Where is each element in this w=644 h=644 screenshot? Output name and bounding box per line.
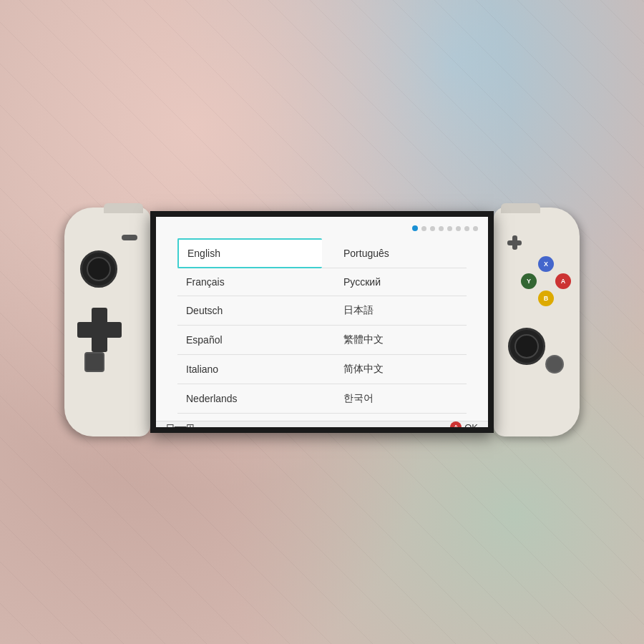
abxy-buttons: A B X Y: [521, 256, 571, 306]
home-button[interactable]: [545, 355, 564, 374]
language-item-english[interactable]: English: [177, 238, 322, 268]
switch-console: English Português Français Русский Deuts…: [43, 186, 601, 458]
dpad[interactable]: [77, 308, 122, 352]
plus-button[interactable]: [507, 235, 522, 250]
nav-dot-1: [412, 225, 418, 231]
language-item-german[interactable]: Deutsch: [177, 296, 322, 326]
zr-button[interactable]: [501, 203, 540, 213]
x-button[interactable]: X: [538, 256, 554, 272]
nav-dot-5: [447, 226, 452, 231]
ok-label: OK: [464, 422, 478, 428]
left-joycon: [64, 208, 150, 436]
switch-screen-body: English Português Français Русский Deuts…: [150, 211, 494, 433]
zl-button[interactable]: [104, 203, 143, 213]
nav-dot-6: [456, 226, 461, 231]
nav-dot-3: [430, 226, 435, 231]
ok-button[interactable]: A OK: [450, 421, 478, 427]
minus-button[interactable]: [122, 235, 137, 240]
y-button[interactable]: Y: [521, 273, 537, 289]
a-button-icon: A: [450, 421, 462, 427]
console-icon: ⊟━━⊞: [166, 421, 195, 427]
language-list: English Português Français Русский Deuts…: [156, 217, 488, 421]
nav-dot-2: [421, 226, 426, 231]
language-item-korean[interactable]: 한국어: [322, 384, 467, 414]
right-stick[interactable]: [508, 328, 545, 365]
a-button[interactable]: A: [555, 273, 571, 289]
language-item-russian[interactable]: Русский: [322, 268, 467, 296]
language-item-dutch[interactable]: Nederlands: [177, 384, 322, 414]
dot-navigation: [412, 225, 478, 231]
language-item-portuguese[interactable]: Português: [322, 238, 467, 268]
switch-screen: English Português Français Русский Deuts…: [156, 217, 488, 427]
right-joycon: A B X Y: [494, 208, 580, 436]
language-item-japanese[interactable]: 日本語: [322, 296, 467, 326]
language-item-spanish[interactable]: Español: [177, 326, 322, 355]
b-button[interactable]: B: [538, 291, 554, 306]
nav-dot-8: [473, 226, 478, 231]
language-item-simplified-chinese[interactable]: 简体中文: [322, 355, 467, 384]
nav-dot-7: [464, 226, 469, 231]
nav-dot-4: [439, 226, 444, 231]
language-item-french[interactable]: Français: [177, 268, 322, 296]
language-item-traditional-chinese[interactable]: 繁體中文: [322, 326, 467, 355]
screen-content: English Português Français Русский Deuts…: [156, 217, 488, 427]
screen-bottom-bar: ⊟━━⊞ A OK: [156, 421, 488, 427]
capture-button[interactable]: [84, 352, 104, 372]
language-item-italian[interactable]: Italiano: [177, 355, 322, 384]
left-stick[interactable]: [80, 250, 117, 288]
